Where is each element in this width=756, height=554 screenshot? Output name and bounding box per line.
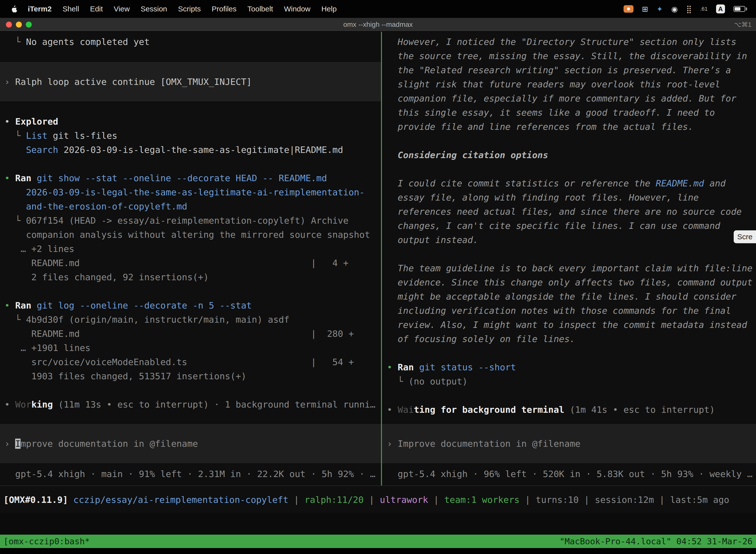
terminal-line: README.md | 4 +: [0, 256, 381, 270]
text-segment: changes, I can't cite specific file line…: [387, 221, 720, 231]
text-segment: Considering citation options: [387, 150, 548, 160]
text-segment: •: [387, 404, 397, 415]
menu-item-profiles[interactable]: Profiles: [206, 5, 242, 13]
terminal-line: 2 files changed, 92 insertions(+): [0, 270, 381, 284]
terminal-line: • Working (11m 13s • esc to interrupt) ·…: [0, 397, 381, 411]
terminal-line: review. Also, I might want to inspect th…: [382, 318, 756, 332]
terminal-line: gpt-5.4 xhigh · main · 91% left · 2.31M …: [0, 467, 381, 481]
terminal-line: README.md | 280 +: [0, 327, 381, 341]
menu-item-toolbelt[interactable]: Toolbelt: [242, 5, 278, 13]
text-segment: ›: [4, 77, 15, 87]
text-segment: slight risk that future readers may over…: [387, 79, 720, 89]
omx-status-bar: [OMX#0.11.9] cczip/essay/ai-reimplementa…: [0, 486, 756, 513]
battery-icon[interactable]: [734, 6, 747, 12]
percent-badge[interactable]: .61: [700, 6, 708, 12]
terminal-line: └ 067f154 (HEAD -> essay/ai-reimplementa…: [0, 214, 381, 228]
text-segment: … +2 lines: [4, 244, 74, 254]
text-segment: git log --oneline --decorate -n 5 --stat: [31, 300, 252, 311]
text-segment: team:1 workers: [444, 495, 519, 505]
text-segment: and: [704, 178, 726, 188]
terminal-line: provide file and line references from th…: [382, 120, 756, 134]
menu-item-window[interactable]: Window: [278, 5, 316, 13]
terminal-line: changes, I can't cite specific file line…: [382, 219, 756, 233]
text-segment: 2 files changed, 92 insertions(+): [4, 272, 209, 282]
text-segment: |: [364, 495, 380, 505]
menu-item-shell[interactable]: Shell: [57, 5, 84, 13]
screen-recording-indicator[interactable]: [624, 5, 633, 13]
zoom-button[interactable]: [26, 21, 32, 27]
spacer: [0, 49, 381, 61]
terminal-line: I could cite commit statistics or refere…: [382, 176, 756, 190]
text-segment: |: [289, 495, 305, 505]
text-segment: session:12m: [595, 495, 654, 505]
text-segment: README.md | 280 +: [4, 329, 354, 339]
window-title: omx --xhigh --madmax: [0, 20, 756, 29]
text-segment: Ran: [15, 173, 31, 183]
text-segment: turns:10: [536, 495, 579, 505]
terminal-line: companion analysis without altering the …: [0, 228, 381, 242]
terminal-line: … +2 lines: [0, 242, 381, 256]
menu-item-view[interactable]: View: [108, 5, 135, 13]
prompt-input[interactable]: › Improve documentation in @filename: [382, 423, 756, 464]
text-segment: companion analysis without altering the …: [4, 230, 370, 240]
text-segment: |: [520, 495, 536, 505]
text-segment: review. Also, I might want to inspect th…: [387, 320, 747, 330]
text-segment: gpt-5.4 xhigh · main · 91% left · 2.31M …: [4, 469, 376, 479]
menu-item-session[interactable]: Session: [135, 5, 173, 13]
prompt-input[interactable]: › Improve documentation in @filename: [0, 423, 381, 464]
terminal-line: and-the-erosion-of-copyleft.md: [0, 199, 381, 214]
window-title-bar[interactable]: omx --xhigh --madmax ⌥⌘1: [0, 18, 756, 32]
text-segment: Wor: [15, 399, 31, 409]
macos-menu-bar: iTerm2 Shell Edit View Session Scripts P…: [0, 0, 756, 18]
spacer: [0, 102, 381, 114]
terminal-line: • Explored: [0, 114, 381, 128]
terminal-line: slight risk that future readers may over…: [382, 77, 756, 91]
terminal-line: › Improve documentation in @filename: [0, 437, 198, 451]
text-segment: └: [4, 130, 26, 141]
terminal-line: └ List git ls-files: [0, 128, 381, 143]
spacer: [0, 383, 381, 397]
text-segment: ralph:11/20: [305, 495, 364, 505]
spacer: [382, 346, 756, 360]
apple-menu-icon[interactable]: [6, 5, 22, 12]
text-segment: Ralph loop active continue [OMX_TMUX_INJ…: [15, 77, 252, 87]
menu-item-scripts[interactable]: Scripts: [173, 5, 206, 13]
text-segment: of focusing solely on file lines.: [387, 334, 575, 344]
menu-item-help[interactable]: Help: [316, 5, 342, 13]
text-segment: README.md | 4 +: [4, 258, 349, 268]
input-source-icon[interactable]: A: [716, 4, 725, 13]
text-segment: [OMX#0.11.9]: [3, 495, 73, 505]
screen-share-tooltip[interactable]: Scre: [734, 230, 756, 243]
minimize-button[interactable]: [16, 21, 22, 27]
terminal-line: … +1901 lines: [0, 341, 381, 355]
record-dot-icon: [627, 7, 630, 10]
omx-status-line: [OMX#0.11.9] cczip/essay/ai-reimplementa…: [0, 495, 729, 505]
menu-item-edit[interactable]: Edit: [84, 5, 108, 13]
text-segment: Wai: [397, 404, 414, 415]
target-icon[interactable]: ◉: [671, 5, 678, 13]
text-segment: essay file, along with finding root file…: [387, 192, 699, 203]
text-segment: src/voice/voiceModeEnabled.ts | 54 +: [4, 357, 354, 367]
spacer: [382, 464, 756, 467]
spacer: [382, 162, 756, 176]
dots-grid-icon[interactable]: ⣿: [686, 5, 692, 13]
terminal-line: The team guideline is to back every impo…: [382, 261, 756, 275]
close-button[interactable]: [6, 21, 12, 27]
terminal-line: including verification notes with those …: [382, 303, 756, 318]
terminal-window: └ No agents completed yet› Ralph loop ac…: [0, 32, 756, 486]
sparkle-icon[interactable]: ✦: [656, 5, 663, 13]
terminal-line: • Ran git show --stat --oneline --decora…: [0, 171, 381, 185]
terminal-line: └ No agents completed yet: [0, 35, 381, 49]
spacer: [382, 247, 756, 261]
terminal-line: Considering citation options: [382, 148, 756, 162]
battery-body: [734, 6, 745, 12]
text-segment: |: [654, 495, 670, 505]
text-segment: 2026-03-09-is-legal-the-same-as-legitima…: [4, 187, 365, 197]
menu-item-iterm2[interactable]: iTerm2: [22, 5, 57, 13]
grid-icon[interactable]: ⊞: [642, 5, 648, 13]
text-segment: last:5m ago: [670, 495, 729, 505]
text-segment: … +1901 lines: [4, 343, 90, 353]
text-segment: Ran: [15, 300, 31, 311]
spacer: [0, 157, 381, 171]
terminal-line: • Ran git log --oneline --decorate -n 5 …: [0, 298, 381, 313]
